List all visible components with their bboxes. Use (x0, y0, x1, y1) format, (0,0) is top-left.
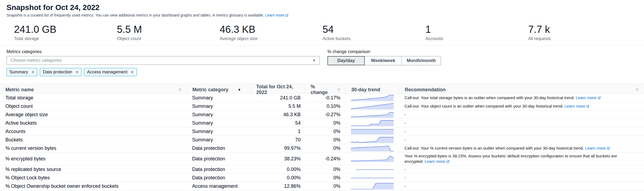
metric-category-cell: Data protection (187, 167, 251, 172)
token-access-management: Access management✕ (84, 68, 137, 76)
sort-descending-icon[interactable]: ▼ (238, 88, 241, 92)
column-header-30-day-trend[interactable]: 30-day trend (346, 84, 399, 95)
table-body: Total storageSummary241.0 GB-0.17%Call-o… (0, 94, 644, 190)
total-cell: 241.0 GB (251, 95, 305, 101)
recommendation-cell: Call-out: Your % current version bytes i… (399, 145, 644, 152)
metric-name-cell: Object count (0, 103, 187, 109)
recommendation-cell: Call-out: Your object count is an outlie… (399, 103, 644, 110)
token-label: Summary (9, 70, 28, 75)
total-cell: 70 (251, 137, 305, 143)
trend-cell (346, 111, 399, 118)
trend-cell (346, 174, 399, 181)
token-label: Data protection (43, 70, 72, 75)
comparison-label: % change comparison (327, 50, 441, 54)
metric-name-cell: Accounts (0, 129, 187, 134)
trend-cell (346, 95, 399, 101)
column-header-metric-category[interactable]: Metric category▼ (187, 84, 251, 95)
learn-more-link[interactable]: Learn more (585, 146, 610, 150)
metric-category-cell: Summary (187, 95, 251, 101)
learn-more-link[interactable]: Learn more (425, 159, 449, 164)
recommendation-text: Call-out: Your % current version bytes i… (405, 146, 585, 150)
trend-sparkline (351, 145, 394, 151)
filter-icon[interactable]: ▽ (179, 88, 181, 92)
column-header-recommendation[interactable]: Recommendation▽ (399, 84, 644, 95)
table-row: % Object Ownership bucket owner enforced… (0, 182, 644, 190)
trend-sparkline (351, 156, 394, 162)
recommendation-cell: Call-out: Your total storage bytes is an… (399, 94, 644, 101)
percent-change-cell: -0.17% (305, 95, 346, 101)
percent-change-cell: 0% (305, 120, 346, 126)
recommendation-empty: - (405, 184, 406, 188)
external-link-icon (607, 147, 610, 150)
total-cell: 1 (251, 129, 305, 134)
external-link-icon (598, 96, 601, 99)
trend-cell (346, 183, 399, 189)
recommendation-cell: - (399, 183, 644, 190)
external-link-icon (285, 14, 288, 17)
trend-sparkline (351, 120, 394, 126)
dismiss-icon[interactable]: ✕ (131, 70, 134, 74)
filter-icon[interactable]: ▽ (636, 88, 639, 92)
stat-active-buckets: 54Active buckets (323, 24, 425, 41)
metrics-categories-select[interactable]: Choose metrics categories ▼ (6, 56, 320, 65)
trend-cell (346, 103, 399, 109)
filter-icon[interactable]: ▽ (337, 88, 340, 92)
table-row: AccountsSummary10%- (0, 127, 644, 136)
table-row: % replicated bytes sourceData protection… (0, 165, 644, 174)
storage-lens-snapshot-page: Snapshot for Oct 24, 2022 Snapshot is a … (0, 0, 644, 191)
trend-sparkline (351, 183, 394, 189)
metric-category-cell: Summary (187, 112, 251, 118)
token-data-protection: Data protection✕ (40, 68, 81, 76)
recommendation-cell: - (399, 111, 644, 118)
stat-value: 54 (323, 24, 425, 34)
trend-sparkline (351, 95, 394, 101)
metric-category-cell: Summary (187, 120, 251, 126)
recommendation-empty: - (405, 137, 406, 142)
metric-category-cell: Data protection (187, 145, 251, 151)
column-header-total-for-oct-24-2022[interactable]: Total for Oct 24, 2022 (251, 84, 305, 95)
column-header-change[interactable]: % change▽ (305, 84, 346, 95)
token-summary: Summary✕ (6, 68, 37, 76)
column-header-metric-name[interactable]: Metric name▽ (0, 84, 187, 95)
total-cell: 99.97% (251, 145, 305, 151)
recommendation-cell: Your % encrypted bytes is 38.23%. Assess… (399, 153, 644, 165)
table-row: % Object Lock bytesData protection0.00%0… (0, 174, 644, 182)
stat-value: 241.0 GB (14, 24, 117, 34)
dismiss-icon[interactable]: ✕ (31, 70, 34, 74)
learn-more-link[interactable]: Learn more (564, 104, 589, 108)
recommendation-text: Call-out: Your total storage bytes is an… (405, 95, 576, 100)
stat-value: 1 (425, 24, 528, 34)
comparison-group: % change comparison Day/dayWeek/weekMont… (327, 50, 441, 65)
segment-month-month[interactable]: Month/month (402, 56, 441, 65)
stat-label: Accounts (425, 37, 528, 41)
stat-all-requests: 7.7 kAll requests (528, 24, 631, 41)
stat-label: Object count (117, 37, 220, 41)
column-label: Total for Oct 24, 2022 (256, 84, 300, 95)
learn-more-link[interactable]: Learn more (576, 95, 601, 100)
stat-label: Total storage (14, 37, 117, 41)
column-label: Metric category (192, 87, 228, 93)
segment-day-day[interactable]: Day/day (327, 56, 365, 65)
token-label: Access management (87, 70, 127, 75)
page-title: Snapshot for Oct 24, 2022 (0, 0, 644, 11)
dismiss-icon[interactable]: ✕ (75, 70, 79, 74)
percent-change-cell: 0% (305, 175, 346, 181)
stat-label: Average object size (220, 37, 323, 41)
metric-name-cell: Average object size (0, 112, 187, 118)
recommendation-cell: - (399, 174, 644, 181)
trend-sparkline (351, 111, 394, 118)
glossary-learn-more-link[interactable]: Learn more (265, 13, 288, 17)
metric-name-cell: % current version bytes (0, 145, 187, 151)
segment-week-week[interactable]: Week/week (364, 56, 402, 65)
recommendation-cell: - (399, 166, 644, 173)
stat-total-storage: 241.0 GBTotal storage (14, 24, 117, 41)
total-cell: 0.00% (251, 167, 305, 172)
metric-name-cell: % replicated bytes source (0, 167, 187, 172)
recommendation-cell: - (399, 128, 644, 135)
table-row: Average object sizeSummary46.3 KB-0.27%- (0, 111, 644, 119)
trend-cell (346, 145, 399, 151)
percent-change-cell: 0% (305, 145, 346, 151)
page-description-text: Snapshot is a curated list of frequently… (6, 13, 264, 17)
chevron-down-icon: ▼ (313, 59, 316, 62)
trend-cell (346, 156, 399, 162)
